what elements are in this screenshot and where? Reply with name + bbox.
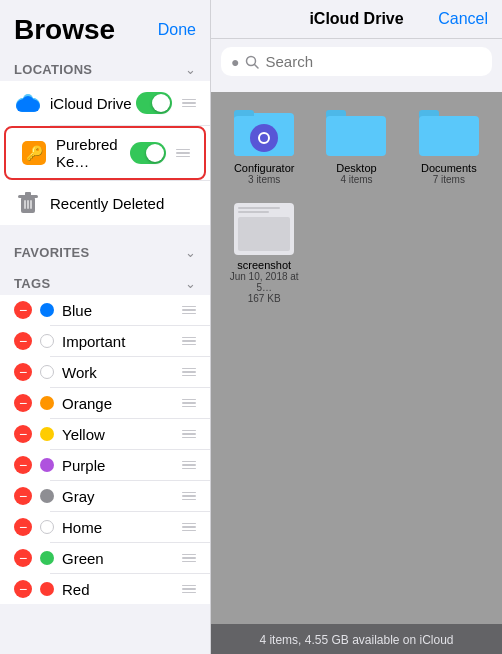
svg-rect-26 [419, 116, 479, 156]
trash-icon [14, 189, 42, 217]
svg-line-18 [255, 64, 259, 68]
tag-drag-handle [182, 399, 196, 408]
tag-minus-icon[interactable]: − [14, 580, 32, 598]
tag-minus-icon[interactable]: − [14, 487, 32, 505]
tag-label: Home [62, 519, 178, 536]
icloud-drive-icon [14, 89, 42, 117]
left-header: Browse Done [0, 0, 210, 54]
file-item-documents[interactable]: Documents 7 items [410, 106, 488, 185]
locations-group: iCloud Drive 🔑 Purebred Ke… [0, 81, 210, 225]
tags-group: −Blue−Important−Work−Orange−Yellow−Purpl… [0, 295, 210, 604]
tag-minus-icon[interactable]: − [14, 394, 32, 412]
screenshot-size: 167 KB [248, 293, 281, 304]
file-item-desktop[interactable]: Desktop 4 items [317, 106, 395, 185]
tags-chevron-icon: ⌄ [185, 276, 196, 291]
tag-item-work[interactable]: −Work [0, 357, 210, 387]
right-panel: iCloud Drive Cancel ● [211, 0, 502, 654]
search-input[interactable] [265, 53, 482, 70]
tag-color-dot [40, 334, 54, 348]
purebred-icon: 🔑 [20, 139, 48, 167]
tag-label: Work [62, 364, 178, 381]
svg-rect-24 [326, 116, 386, 156]
done-button[interactable]: Done [158, 21, 196, 39]
location-item-purebred[interactable]: 🔑 Purebred Ke… [4, 126, 206, 180]
tag-item-orange[interactable]: −Orange [0, 388, 210, 418]
locations-chevron-icon: ⌄ [185, 62, 196, 77]
tag-label: Green [62, 550, 178, 567]
svg-rect-13 [25, 192, 31, 196]
svg-rect-15 [27, 200, 29, 209]
documents-count: 7 items [433, 174, 465, 185]
tag-color-dot [40, 582, 54, 596]
tag-minus-icon[interactable]: − [14, 549, 32, 567]
files-grid: Configurator 3 items Desktop 4 items [211, 92, 502, 624]
svg-rect-8 [18, 103, 38, 111]
tag-color-dot [40, 365, 54, 379]
tag-drag-handle [182, 368, 196, 377]
tag-label: Gray [62, 488, 178, 505]
tag-color-dot [40, 551, 54, 565]
tag-color-dot [40, 427, 54, 441]
tags-title: Tags [14, 276, 50, 291]
purebred-label: Purebred Ke… [56, 136, 130, 170]
tag-label: Orange [62, 395, 178, 412]
tag-color-dot [40, 458, 54, 472]
tag-item-gray[interactable]: −Gray [0, 481, 210, 511]
tag-item-important[interactable]: −Important [0, 326, 210, 356]
tag-drag-handle [182, 306, 196, 315]
tag-drag-handle [182, 461, 196, 470]
tag-minus-icon[interactable]: − [14, 363, 32, 381]
tag-item-yellow[interactable]: −Yellow [0, 419, 210, 449]
file-item-configurator[interactable]: Configurator 3 items [225, 106, 303, 185]
left-panel: Browse Done Locations ⌄ [0, 0, 211, 654]
svg-rect-14 [24, 200, 26, 209]
status-text: 4 items, 4.55 GB available on iCloud [259, 633, 453, 647]
tag-item-home[interactable]: −Home [0, 512, 210, 542]
locations-section-header: Locations ⌄ [0, 54, 210, 81]
desktop-count: 4 items [340, 174, 372, 185]
purebred-drag-handle [176, 149, 190, 158]
cancel-button[interactable]: Cancel [438, 10, 488, 28]
tag-drag-handle [182, 430, 196, 439]
tag-label: Purple [62, 457, 178, 474]
location-item-icloud[interactable]: iCloud Drive [0, 81, 210, 125]
locations-title: Locations [14, 62, 92, 77]
recently-deleted-label: Recently Deleted [50, 195, 196, 212]
search-magnify-icon [245, 55, 259, 69]
search-bar: ● [221, 47, 492, 76]
screenshot-date: Jun 10, 2018 at 5… [225, 271, 303, 293]
configurator-count: 3 items [248, 174, 280, 185]
tag-item-red[interactable]: −Red [0, 574, 210, 604]
tag-item-blue[interactable]: −Blue [0, 295, 210, 325]
right-header: iCloud Drive Cancel [211, 0, 502, 39]
purebred-toggle[interactable] [130, 142, 166, 164]
tags-section-header: Tags ⌄ [0, 268, 210, 295]
tag-label: Important [62, 333, 178, 350]
folder-documents-icon [419, 106, 479, 156]
tag-color-dot [40, 396, 54, 410]
screenshot-name: screenshot [237, 259, 291, 271]
icloud-drag-handle [182, 99, 196, 108]
tags-section: Tags ⌄ −Blue−Important−Work−Orange−Yello… [0, 268, 210, 604]
tag-drag-handle [182, 337, 196, 346]
recently-deleted-item[interactable]: Recently Deleted [0, 181, 210, 225]
search-icon: ● [231, 54, 239, 70]
tag-minus-icon[interactable]: − [14, 301, 32, 319]
tag-item-green[interactable]: −Green [0, 543, 210, 573]
tag-label: Yellow [62, 426, 178, 443]
tag-color-dot [40, 489, 54, 503]
tag-item-purple[interactable]: −Purple [0, 450, 210, 480]
favorites-title: Favorites [14, 245, 89, 260]
svg-text:🔑: 🔑 [26, 145, 44, 162]
tag-minus-icon[interactable]: − [14, 518, 32, 536]
file-item-screenshot[interactable]: screenshot Jun 10, 2018 at 5… 167 KB [225, 203, 303, 304]
favorites-chevron-icon: ⌄ [185, 245, 196, 260]
tag-color-dot [40, 520, 54, 534]
tag-label: Red [62, 581, 178, 598]
tag-minus-icon[interactable]: − [14, 425, 32, 443]
tag-minus-icon[interactable]: − [14, 456, 32, 474]
browse-title: Browse [14, 14, 115, 46]
tag-minus-icon[interactable]: − [14, 332, 32, 350]
icloud-drive-toggle[interactable] [136, 92, 172, 114]
tag-label: Blue [62, 302, 178, 319]
